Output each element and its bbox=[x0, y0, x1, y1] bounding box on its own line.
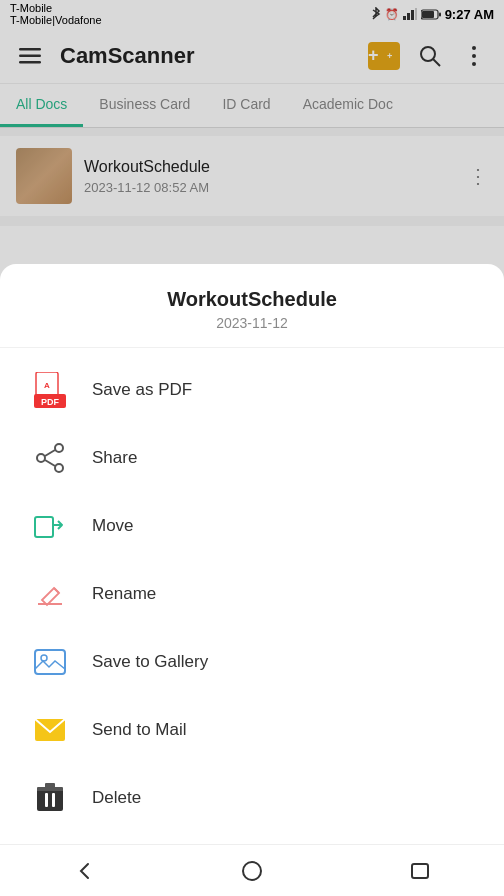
delete-icon bbox=[32, 780, 68, 816]
menu-item-send-mail[interactable]: Send to Mail bbox=[0, 696, 504, 764]
svg-rect-38 bbox=[412, 864, 428, 878]
svg-rect-26 bbox=[35, 517, 53, 537]
delete-label: Delete bbox=[92, 788, 141, 808]
svg-text:A: A bbox=[44, 381, 50, 390]
share-label: Share bbox=[92, 448, 137, 468]
nav-home-button[interactable] bbox=[227, 851, 277, 891]
nav-recent-button[interactable] bbox=[395, 851, 445, 891]
send-mail-label: Send to Mail bbox=[92, 720, 187, 740]
move-label: Move bbox=[92, 516, 134, 536]
sheet-doc-title: WorkoutSchedule bbox=[16, 288, 488, 311]
move-icon bbox=[32, 508, 68, 544]
svg-rect-32 bbox=[37, 789, 63, 811]
svg-point-22 bbox=[37, 454, 45, 462]
gallery-icon bbox=[32, 644, 68, 680]
sheet-divider bbox=[0, 347, 504, 348]
menu-item-rename[interactable]: Rename bbox=[0, 560, 504, 628]
svg-rect-34 bbox=[52, 793, 55, 807]
bottom-sheet: WorkoutSchedule 2023-11-12 PDF A Save as… bbox=[0, 264, 504, 896]
svg-line-24 bbox=[45, 450, 55, 456]
nav-back-button[interactable] bbox=[59, 851, 109, 891]
svg-point-30 bbox=[41, 655, 47, 661]
menu-item-delete[interactable]: Delete bbox=[0, 764, 504, 832]
svg-line-28 bbox=[54, 588, 59, 593]
svg-point-21 bbox=[55, 444, 63, 452]
menu-item-save-pdf[interactable]: PDF A Save as PDF bbox=[0, 356, 504, 424]
sheet-doc-date: 2023-11-12 bbox=[16, 315, 488, 331]
save-gallery-label: Save to Gallery bbox=[92, 652, 208, 672]
svg-rect-29 bbox=[35, 650, 65, 674]
svg-rect-33 bbox=[45, 793, 48, 807]
mail-icon bbox=[32, 712, 68, 748]
nav-bar bbox=[0, 844, 504, 896]
svg-point-23 bbox=[55, 464, 63, 472]
menu-item-save-gallery[interactable]: Save to Gallery bbox=[0, 628, 504, 696]
menu-item-share[interactable]: Share bbox=[0, 424, 504, 492]
pdf-icon: PDF A bbox=[32, 372, 68, 408]
sheet-header: WorkoutSchedule 2023-11-12 bbox=[0, 264, 504, 339]
svg-rect-36 bbox=[45, 783, 55, 788]
rename-label: Rename bbox=[92, 584, 156, 604]
svg-text:PDF: PDF bbox=[41, 397, 60, 407]
share-icon bbox=[32, 440, 68, 476]
menu-item-move[interactable]: Move bbox=[0, 492, 504, 560]
save-pdf-label: Save as PDF bbox=[92, 380, 192, 400]
svg-point-37 bbox=[243, 862, 261, 880]
svg-line-25 bbox=[45, 460, 55, 466]
rename-icon bbox=[32, 576, 68, 612]
